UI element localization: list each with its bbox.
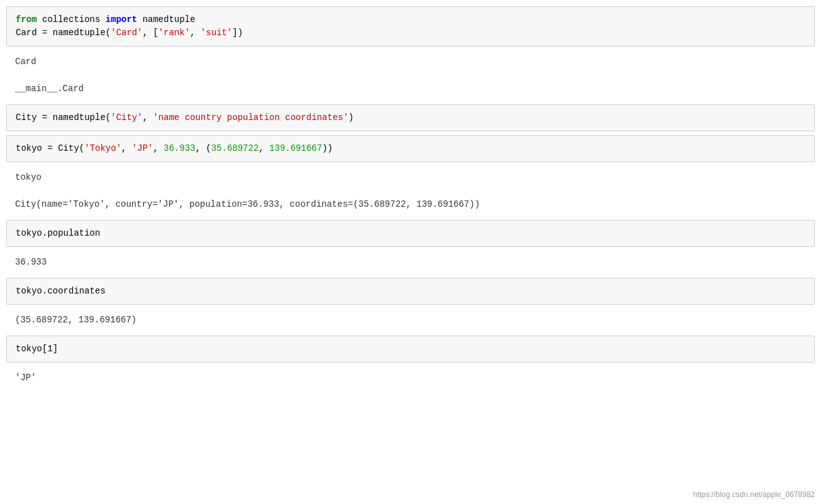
code-token: 'rank' <box>158 28 190 38</box>
code-token: , <box>143 112 153 123</box>
code-token: = namedtuple( <box>37 28 111 38</box>
code-token: , <box>121 143 132 153</box>
code-line: City = namedtuple('City', 'name country … <box>16 111 805 124</box>
block-tokyo-def: tokyo = City('Tokyo', 'JP', 36.933, (35.… <box>6 135 815 162</box>
code-token: 'suit' <box>201 28 232 38</box>
block-tokyo-coords: tokyo.coordinates <box>6 278 815 305</box>
output-coordinates: (35.689722, 139.691667) <box>6 309 815 332</box>
output-population: 36.933 <box>6 251 815 274</box>
code-token: = City( <box>42 143 84 153</box>
code-token: City <box>16 112 37 123</box>
code-token: Card <box>16 28 37 38</box>
code-token: from <box>16 14 37 25</box>
code-line: Card = namedtuple('Card', ['rank', 'suit… <box>16 26 805 40</box>
code-token: , ( <box>196 143 211 153</box>
code-token: 'JP' <box>132 143 153 153</box>
block-city-def: City = namedtuple('City', 'name country … <box>6 104 815 131</box>
code-token: tokyo <box>16 143 42 153</box>
output-main-card: __main__.Card <box>6 77 815 101</box>
code-token: 'Tokyo' <box>84 143 121 153</box>
code-token: tokyo.population <box>16 228 100 238</box>
code-token: ]) <box>233 28 243 38</box>
code-token: tokyo.coordinates <box>16 286 106 296</box>
code-line: from collections import namedtuple <box>16 13 805 26</box>
code-token: 'name country population coordinates' <box>153 112 348 123</box>
output-tokyo-repr: City(name='Tokyo', country='JP', populat… <box>6 193 815 216</box>
code-token: , <box>259 143 270 153</box>
code-token: namedtuple <box>137 14 195 25</box>
code-token: 35.689722 <box>211 143 259 153</box>
code-line: tokyo = City('Tokyo', 'JP', 36.933, (35.… <box>16 142 805 155</box>
output-tokyo-var: tokyo <box>6 166 815 189</box>
code-token: , <box>190 28 201 38</box>
url-note: https://blog.csdn.net/apple_0678982 <box>693 490 815 499</box>
content-area: from collections import namedtupleCard =… <box>6 6 815 390</box>
output-card: Card <box>6 50 815 74</box>
code-token: )) <box>322 143 333 153</box>
code-line: tokyo.population <box>16 227 805 240</box>
code-token: 139.691667 <box>269 143 322 153</box>
code-token: tokyo[1] <box>16 344 58 354</box>
code-token: ) <box>348 112 353 123</box>
code-token: collections <box>37 14 106 25</box>
block-tokyo-pop: tokyo.population <box>6 220 815 247</box>
code-token: = namedtuple( <box>37 112 111 123</box>
code-line: tokyo.coordinates <box>16 285 805 298</box>
code-token: 'Card' <box>111 28 142 38</box>
code-line: tokyo[1] <box>16 342 805 356</box>
block-import: from collections import namedtupleCard =… <box>6 6 815 47</box>
code-token: 36.933 <box>163 143 195 153</box>
code-token: 'City' <box>111 112 142 123</box>
code-token: , [ <box>143 28 158 38</box>
output-index: 'JP' <box>6 366 815 390</box>
code-token: , <box>153 143 163 153</box>
code-token: import <box>106 14 137 25</box>
block-tokyo-index: tokyo[1] <box>6 336 815 363</box>
